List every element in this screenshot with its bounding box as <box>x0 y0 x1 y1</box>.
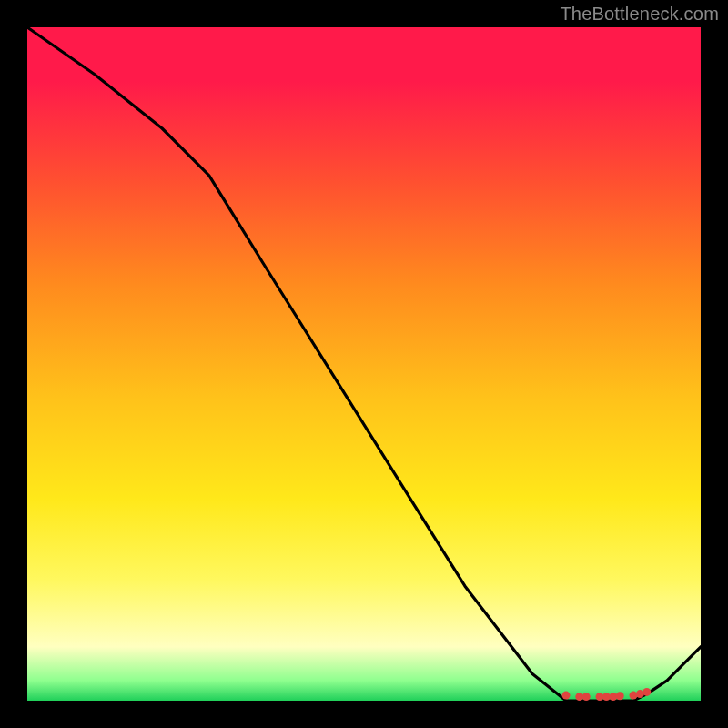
marker-dot <box>562 692 571 700</box>
chart-frame: TheBottleneck.com <box>0 0 728 728</box>
series-curve <box>27 27 701 701</box>
marker-dot <box>630 692 638 700</box>
marker-dot <box>642 688 651 696</box>
marker-dot <box>616 692 624 700</box>
plot-area <box>27 27 701 701</box>
marker-dot <box>582 693 591 701</box>
attribution-label: TheBottleneck.com <box>560 4 719 25</box>
chart-svg <box>27 27 701 701</box>
